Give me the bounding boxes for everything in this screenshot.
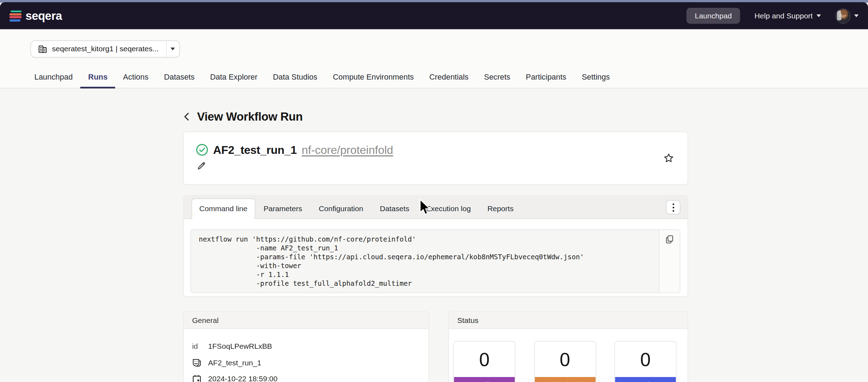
status-tile-submitted: 0 submitted xyxy=(534,341,596,382)
run-details-card: Command line Parameters Configuration Da… xyxy=(183,195,688,297)
chevron-down-icon xyxy=(817,15,821,17)
run-summary-card: AF2_test_run_1 nf-core/proteinfold xyxy=(183,132,688,185)
seqera-logo-icon xyxy=(10,10,22,22)
help-and-support-menu[interactable]: Help and Support xyxy=(754,12,821,20)
command-line-panel: nextflow run 'https://github.com/nf-core… xyxy=(190,230,680,293)
tab-runs[interactable]: Runs xyxy=(80,73,115,88)
tab-reports[interactable]: Reports xyxy=(479,199,522,219)
submitted-count: 0 xyxy=(535,342,595,377)
workspace-selector-label: seqeratest_kitorg1 | seqerates... xyxy=(52,45,159,53)
general-row-date: 2024-10-22 18:59:00 xyxy=(192,371,420,382)
tab-secrets[interactable]: Secrets xyxy=(476,73,518,88)
tab-launchpad[interactable]: Launchpad xyxy=(27,73,80,88)
run-tabs-bar: Command line Parameters Configuration Da… xyxy=(184,196,687,219)
general-card-header: General xyxy=(184,312,428,329)
tab-data-studios[interactable]: Data Studios xyxy=(265,73,325,88)
status-tile-pending: 0 pending xyxy=(453,341,515,382)
tab-settings[interactable]: Settings xyxy=(574,73,618,88)
tab-datasets[interactable]: Datasets xyxy=(156,73,202,88)
user-menu[interactable] xyxy=(835,8,859,24)
pipeline-link[interactable]: nf-core/proteinfold xyxy=(302,143,393,157)
run-id-value: 1FSoqLPewRLxBB xyxy=(208,342,272,351)
workspace-tabs: Launchpad Runs Actions Datasets Data Exp… xyxy=(27,69,617,88)
calendar-icon xyxy=(192,375,202,382)
chevron-down-icon xyxy=(854,15,859,17)
tab-credentials[interactable]: Credentials xyxy=(422,73,476,88)
run-name-value: AF2_test_run_1 xyxy=(208,359,261,367)
screen: seqera Launchpad Help and Support xyxy=(0,0,868,382)
star-icon[interactable] xyxy=(664,153,674,163)
tab-data-explorer[interactable]: Data Explorer xyxy=(202,73,265,88)
help-and-support-label: Help and Support xyxy=(754,12,812,20)
running-label-bar: running xyxy=(615,377,676,382)
general-card: General id 1FSoqLPewRLxBB AF2_test_run_1 xyxy=(183,311,429,382)
top-navbar: seqera Launchpad Help and Support xyxy=(0,2,868,29)
avatar[interactable] xyxy=(835,8,851,24)
command-line-text: nextflow run 'https://github.com/nf-core… xyxy=(191,230,659,293)
back-button[interactable] xyxy=(183,112,191,121)
tab-actions[interactable]: Actions xyxy=(115,73,156,88)
launchpad-button[interactable]: Launchpad xyxy=(686,8,740,24)
pending-label-bar: pending xyxy=(454,377,515,382)
tab-command-line[interactable]: Command line xyxy=(192,198,255,219)
brand-name: seqera xyxy=(25,9,62,23)
tab-participants[interactable]: Participants xyxy=(518,73,574,88)
mouse-cursor xyxy=(418,199,433,217)
chevron-down-icon xyxy=(171,47,175,50)
organization-icon xyxy=(38,45,47,53)
status-card: Status 0 pending 0 submitted 0 running xyxy=(449,311,688,382)
submitted-label-bar: submitted xyxy=(535,377,595,382)
workspace-selector[interactable]: seqeratest_kitorg1 | seqerates... xyxy=(30,40,180,57)
general-row-run-name: AF2_test_run_1 xyxy=(192,355,420,371)
run-options-menu-button[interactable] xyxy=(666,200,680,215)
workspace-header: seqeratest_kitorg1 | seqerates... Launch… xyxy=(0,29,868,88)
copy-icon[interactable] xyxy=(666,235,674,244)
status-tile-running: 0 running xyxy=(615,341,676,382)
seqera-logo[interactable]: seqera xyxy=(10,9,62,23)
status-card-header: Status xyxy=(449,312,687,329)
run-name: AF2_test_run_1 xyxy=(213,143,297,157)
run-date-value: 2024-10-22 18:59:00 xyxy=(208,375,278,382)
tab-configuration[interactable]: Configuration xyxy=(310,199,372,219)
edit-run-icon[interactable] xyxy=(197,161,206,170)
workspace-selector-caret[interactable] xyxy=(166,41,179,57)
tab-run-datasets[interactable]: Datasets xyxy=(372,199,418,219)
code-gutter xyxy=(659,230,680,293)
page-title: View Workflow Run xyxy=(197,110,303,123)
tab-parameters[interactable]: Parameters xyxy=(255,199,310,219)
tab-compute-environments[interactable]: Compute Environments xyxy=(325,73,422,88)
general-row-id: id 1FSoqLPewRLxBB xyxy=(192,338,420,355)
id-label: id xyxy=(192,342,208,351)
seqera-app: seqera Launchpad Help and Support xyxy=(0,0,868,382)
running-count: 0 xyxy=(615,342,676,377)
status-success-icon xyxy=(196,144,208,156)
pending-count: 0 xyxy=(454,342,515,377)
run-name-masks-icon xyxy=(192,358,202,367)
